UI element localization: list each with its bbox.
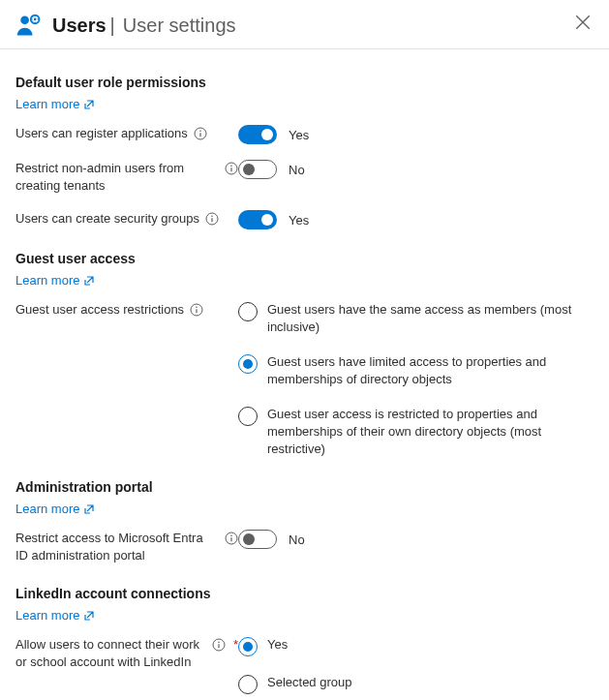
restrict-tenants-toggle[interactable] [238,160,277,179]
toggle-value: No [289,163,305,177]
radio-label: Guest users have limited access to prope… [267,353,587,388]
panel-content: Default user role permissions Learn more… [0,49,609,700]
page-title: Users [52,15,107,37]
linkedin-radio-yes[interactable] [238,637,258,656]
guest-access-learn-more-link[interactable]: Learn more [15,273,95,288]
info-icon[interactable] [205,212,219,226]
toggle-value: Yes [289,213,309,228]
external-link-icon [83,503,95,515]
security-groups-toggle[interactable] [238,210,277,229]
title-divider: | [110,15,115,37]
close-button[interactable] [574,14,594,33]
page-subtitle: User settings [123,15,236,37]
svg-point-10 [196,307,198,309]
linkedin-learn-more-link[interactable]: Learn more [15,608,95,623]
section-linkedin-title: LinkedIn account connections [15,586,594,601]
register-apps-toggle[interactable] [238,125,277,144]
info-icon[interactable] [225,532,238,545]
toggle-value: No [289,533,305,547]
setting-guest-restrictions: Guest user access restrictions Guest use… [15,301,594,458]
svg-point-0 [20,15,29,24]
restrict-admin-portal-toggle[interactable] [238,530,277,549]
svg-point-14 [218,642,220,644]
svg-point-12 [230,535,232,537]
setting-label: Allow users to connect their work or sch… [15,636,206,671]
info-icon[interactable] [194,127,207,140]
setting-restrict-tenants: Restrict non-admin users from creating t… [15,160,594,195]
radio-label: Guest user access is restricted to prope… [267,406,587,458]
learn-more-label: Learn more [15,502,79,516]
guest-access-radio-restrictive[interactable] [238,407,258,426]
users-icon [15,12,43,39]
setting-label: Restrict access to Microsoft Entra ID ad… [15,530,219,564]
setting-restrict-admin-portal: Restrict access to Microsoft Entra ID ad… [15,530,594,564]
learn-more-label: Learn more [15,273,79,288]
info-icon[interactable] [190,303,203,317]
guest-access-radio-inclusive[interactable] [238,302,258,321]
external-link-icon [83,275,95,287]
setting-register-apps: Users can register applications Yes [15,125,594,144]
section-admin-portal-title: Administration portal [15,479,594,495]
info-icon[interactable] [225,162,238,175]
learn-more-label: Learn more [15,97,79,111]
svg-point-2 [34,18,37,21]
external-link-icon [83,610,95,622]
setting-label: Guest user access restrictions [15,301,184,319]
radio-label: Yes [267,636,288,654]
setting-security-groups: Users can create security groups Yes [15,210,594,229]
info-icon[interactable] [212,638,226,652]
svg-point-6 [230,166,232,167]
svg-point-4 [199,131,201,133]
toggle-value: Yes [289,128,309,142]
section-default-perms-title: Default user role permissions [15,75,594,90]
guest-access-radio-limited[interactable] [238,354,258,374]
setting-linkedin-connect: Allow users to connect their work or sch… [15,636,594,694]
external-link-icon [83,99,95,110]
setting-label: Users can register applications [15,125,188,142]
close-icon [574,14,592,31]
default-perms-learn-more-link[interactable]: Learn more [15,97,95,111]
linkedin-radio-selected-group[interactable] [238,675,258,694]
radio-label: Guest users have the same access as memb… [267,301,587,336]
learn-more-label: Learn more [15,608,79,623]
section-guest-access-title: Guest user access [15,251,594,266]
radio-label: Selected group [267,674,351,691]
admin-portal-learn-more-link[interactable]: Learn more [15,502,95,516]
setting-label: Restrict non-admin users from creating t… [15,160,219,195]
svg-point-8 [211,216,213,218]
setting-label: Users can create security groups [15,210,199,228]
panel-header: Users | User settings [0,0,609,49]
